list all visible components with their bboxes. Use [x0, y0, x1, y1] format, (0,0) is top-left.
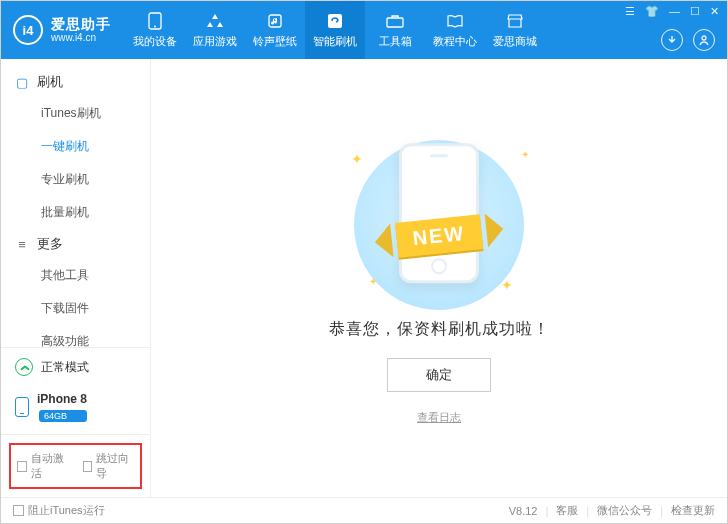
sidebar: ▢ 刷机 iTunes刷机 一键刷机 专业刷机 批量刷机 ≡ 更多 其他工具 下…	[1, 59, 151, 497]
toolbox-icon	[386, 12, 404, 30]
svg-point-1	[154, 25, 156, 27]
window-controls: ☰ 👕 — ☐ ✕	[625, 5, 719, 18]
checkbox-icon	[83, 461, 93, 472]
nav-ringtones[interactable]: 铃声壁纸	[245, 1, 305, 59]
nav-store[interactable]: 爱思商城	[485, 1, 545, 59]
checkbox-icon	[13, 505, 24, 516]
top-nav: 我的设备 应用游戏 铃声壁纸 智能刷机	[125, 1, 545, 59]
sidebar-item-pro-flash[interactable]: 专业刷机	[1, 163, 150, 196]
phone-outline-icon: ▢	[15, 75, 29, 90]
nav-flash[interactable]: 智能刷机	[305, 1, 365, 59]
version-label: V8.12	[509, 505, 538, 517]
body: ▢ 刷机 iTunes刷机 一键刷机 专业刷机 批量刷机 ≡ 更多 其他工具 下…	[1, 59, 727, 497]
check-update-link[interactable]: 检查更新	[671, 503, 715, 518]
sidebar-item-other-tools[interactable]: 其他工具	[1, 259, 150, 292]
sparkle-icon: ✦	[501, 277, 513, 293]
header-right	[661, 29, 715, 51]
device-name: iPhone 8	[37, 392, 87, 406]
ok-button[interactable]: 确定	[387, 358, 491, 392]
success-message: 恭喜您，保资料刷机成功啦！	[329, 319, 550, 340]
music-icon	[266, 12, 284, 30]
main-panel: ✦ ✦ ✦ ✦ NEW 恭喜您，保资料刷机成功啦！ 确定 查看日志	[151, 59, 727, 497]
phone-illustration	[399, 143, 479, 283]
svg-point-5	[702, 36, 706, 40]
sparkle-icon: ✦	[351, 151, 363, 167]
minimize-icon[interactable]: —	[669, 5, 680, 18]
nav-toolbox[interactable]: 工具箱	[365, 1, 425, 59]
more-icon: ≡	[15, 237, 29, 252]
store-icon	[506, 12, 524, 30]
sidebar-item-batch-flash[interactable]: 批量刷机	[1, 196, 150, 229]
skin-icon[interactable]: 👕	[645, 5, 659, 18]
phone-icon	[146, 12, 164, 30]
support-link[interactable]: 客服	[556, 503, 578, 518]
device-info[interactable]: iPhone 8 64GB	[1, 386, 150, 434]
nav-apps[interactable]: 应用游戏	[185, 1, 245, 59]
checkbox-auto-activate[interactable]: 自动激活	[17, 451, 69, 481]
wechat-link[interactable]: 微信公众号	[597, 503, 652, 518]
book-icon	[446, 12, 464, 30]
user-button[interactable]	[693, 29, 715, 51]
maximize-icon[interactable]: ☐	[690, 5, 700, 18]
app-name: 爱思助手	[51, 16, 111, 32]
section-flash-header: ▢ 刷机	[1, 67, 150, 97]
logo: i4 爱思助手 www.i4.cn	[1, 15, 125, 45]
nav-my-device[interactable]: 我的设备	[125, 1, 185, 59]
checkbox-block-itunes[interactable]: 阻止iTunes运行	[13, 503, 105, 518]
header: i4 爱思助手 www.i4.cn 我的设备 应用游戏	[1, 1, 727, 59]
success-illustration: ✦ ✦ ✦ ✦ NEW	[339, 131, 539, 301]
nav-tutorials[interactable]: 教程中心	[425, 1, 485, 59]
menu-icon[interactable]: ☰	[625, 5, 635, 18]
normal-mode-icon	[15, 358, 33, 376]
sidebar-item-advanced[interactable]: 高级功能	[1, 325, 150, 347]
app-window: i4 爱思助手 www.i4.cn 我的设备 应用游戏	[0, 0, 728, 524]
device-storage-badge: 64GB	[39, 410, 87, 422]
flash-icon	[326, 12, 344, 30]
device-phone-icon	[15, 397, 29, 417]
flash-options-highlight: 自动激活 跳过向导	[9, 443, 142, 489]
sidebar-item-download-firmware[interactable]: 下载固件	[1, 292, 150, 325]
close-icon[interactable]: ✕	[710, 5, 719, 18]
checkbox-skip-guide[interactable]: 跳过向导	[83, 451, 135, 481]
success-content: ✦ ✦ ✦ ✦ NEW 恭喜您，保资料刷机成功啦！ 确定 查看日志	[151, 59, 727, 497]
svg-rect-3	[328, 14, 342, 28]
view-log-link[interactable]: 查看日志	[417, 410, 461, 425]
sparkle-icon: ✦	[369, 276, 377, 287]
section-more-header: ≡ 更多	[1, 229, 150, 259]
svg-rect-4	[387, 18, 403, 27]
sidebar-item-oneclick-flash[interactable]: 一键刷机	[1, 130, 150, 163]
sparkle-icon: ✦	[521, 149, 529, 160]
logo-icon: i4	[13, 15, 43, 45]
apps-icon	[206, 12, 224, 30]
checkbox-icon	[17, 461, 27, 472]
footer: 阻止iTunes运行 V8.12 | 客服 | 微信公众号 | 检查更新	[1, 497, 727, 523]
download-button[interactable]	[661, 29, 683, 51]
app-url: www.i4.cn	[51, 32, 111, 44]
device-mode[interactable]: 正常模式	[1, 348, 150, 386]
sidebar-item-itunes-flash[interactable]: iTunes刷机	[1, 97, 150, 130]
sidebar-bottom: 正常模式 iPhone 8 64GB 自动激活	[1, 347, 150, 497]
